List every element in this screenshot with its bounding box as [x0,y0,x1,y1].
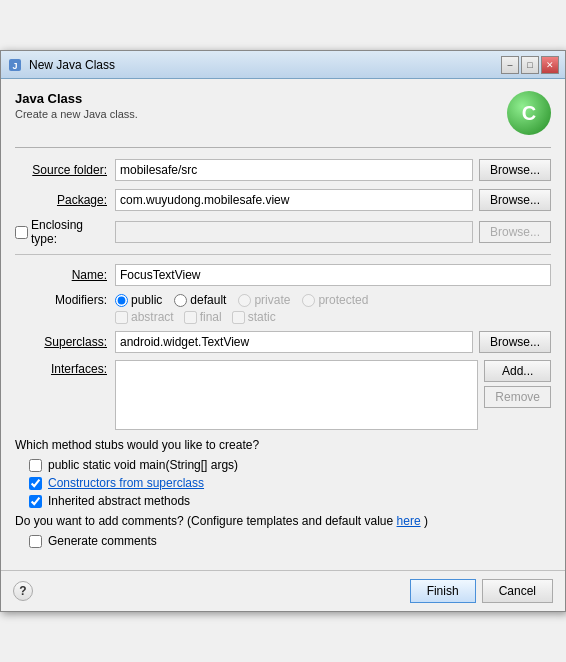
help-button[interactable]: ? [13,581,33,601]
modifier-static-checkbox[interactable] [232,311,245,324]
modifier-public: public [115,293,162,307]
dialog-footer: ? Finish Cancel [1,570,565,611]
main-method-row: public static void main(String[] args) [29,458,551,472]
superclass-browse-button[interactable]: Browse... [479,331,551,353]
package-browse-button[interactable]: Browse... [479,189,551,211]
method-stubs-title: Which method stubs would you like to cre… [15,438,551,452]
interfaces-section: Interfaces: Add... Remove [15,360,551,430]
comments-here-link[interactable]: here [397,514,421,528]
main-method-label: public static void main(String[] args) [48,458,238,472]
package-row: Package: Browse... [15,188,551,212]
minimize-button[interactable]: – [501,56,519,74]
finish-button[interactable]: Finish [410,579,476,603]
window-title: New Java Class [29,58,115,72]
modifiers-section: Modifiers: public default private [15,293,551,324]
modifier-final: final [184,310,222,324]
inherited-label: Inherited abstract methods [48,494,190,508]
maximize-button[interactable]: □ [521,56,539,74]
package-input[interactable] [115,189,473,211]
page-subtitle: Create a new Java class. [15,108,138,120]
modifier-public-label: public [131,293,162,307]
modifier-default-radio[interactable] [174,294,187,307]
enclosing-check-wrapper: Enclosing type: [15,218,115,246]
comments-section: Do you want to add comments? (Configure … [15,514,551,548]
source-folder-label: Source folder: [15,163,115,177]
modifier-default: default [174,293,226,307]
enclosing-type-label: Enclosing type: [28,218,111,246]
enclosing-type-browse-button[interactable]: Browse... [479,221,551,243]
modifier-protected: protected [302,293,368,307]
header-section: Java Class Create a new Java class. C [15,91,551,135]
superclass-row: Superclass: Browse... [15,330,551,354]
generate-comments-label: Generate comments [48,534,157,548]
inherited-checkbox[interactable] [29,495,42,508]
java-class-icon: C [507,91,551,135]
main-method-checkbox[interactable] [29,459,42,472]
page-title: Java Class [15,91,138,106]
modifier-final-label: final [200,310,222,324]
source-folder-input[interactable] [115,159,473,181]
title-bar: J New Java Class – □ ✕ [1,51,565,79]
title-buttons: – □ ✕ [501,56,559,74]
comments-prompt-end: ) [424,514,428,528]
name-label: Name: [15,268,115,282]
interfaces-textarea[interactable] [115,360,478,430]
section-divider-1 [15,254,551,255]
constructors-method-row: Constructors from superclass [29,476,551,490]
close-button[interactable]: ✕ [541,56,559,74]
content-area: Java Class Create a new Java class. C So… [1,79,565,560]
modifier-abstract: abstract [115,310,174,324]
generate-comments-row: Generate comments [29,534,551,548]
modifiers-row2: abstract final static [115,310,551,324]
source-folder-browse-button[interactable]: Browse... [479,159,551,181]
modifier-public-radio[interactable] [115,294,128,307]
comments-prompt: Do you want to add comments? (Configure … [15,514,393,528]
interfaces-remove-button[interactable]: Remove [484,386,551,408]
superclass-label: Superclass: [15,335,115,349]
modifiers-radio-group: public default private protected [115,293,551,307]
footer-buttons: Finish Cancel [410,579,553,603]
inherited-method-row: Inherited abstract methods [29,494,551,508]
cancel-button[interactable]: Cancel [482,579,553,603]
modifiers-row1: Modifiers: public default private [15,293,551,307]
modifier-final-checkbox[interactable] [184,311,197,324]
modifier-private-radio[interactable] [238,294,251,307]
svg-text:J: J [12,61,17,71]
enclosing-type-checkbox[interactable] [15,226,28,239]
new-java-class-dialog: J New Java Class – □ ✕ Java Class Create… [0,50,566,612]
window-icon: J [7,57,23,73]
modifier-default-label: default [190,293,226,307]
modifier-private-label: private [254,293,290,307]
interfaces-add-button[interactable]: Add... [484,360,551,382]
enclosing-type-input[interactable] [115,221,473,243]
header-text: Java Class Create a new Java class. [15,91,138,120]
modifier-abstract-label: abstract [131,310,174,324]
interfaces-label: Interfaces: [15,360,115,376]
header-divider [15,147,551,148]
modifier-private: private [238,293,290,307]
modifiers-label: Modifiers: [15,293,115,307]
generate-comments-checkbox[interactable] [29,535,42,548]
constructors-label: Constructors from superclass [48,476,204,490]
name-row: Name: [15,263,551,287]
modifier-static-label: static [248,310,276,324]
superclass-input[interactable] [115,331,473,353]
modifier-protected-label: protected [318,293,368,307]
comments-prompt-row: Do you want to add comments? (Configure … [15,514,551,528]
modifier-abstract-checkbox[interactable] [115,311,128,324]
name-input[interactable] [115,264,551,286]
modifier-static: static [232,310,276,324]
method-stubs-section: Which method stubs would you like to cre… [15,438,551,508]
constructors-checkbox[interactable] [29,477,42,490]
footer-left: ? [13,581,33,601]
enclosing-type-row: Enclosing type: Browse... [15,218,551,246]
source-folder-row: Source folder: Browse... [15,158,551,182]
interfaces-buttons: Add... Remove [484,360,551,408]
package-label: Package: [15,193,115,207]
title-bar-left: J New Java Class [7,57,115,73]
modifier-protected-radio[interactable] [302,294,315,307]
